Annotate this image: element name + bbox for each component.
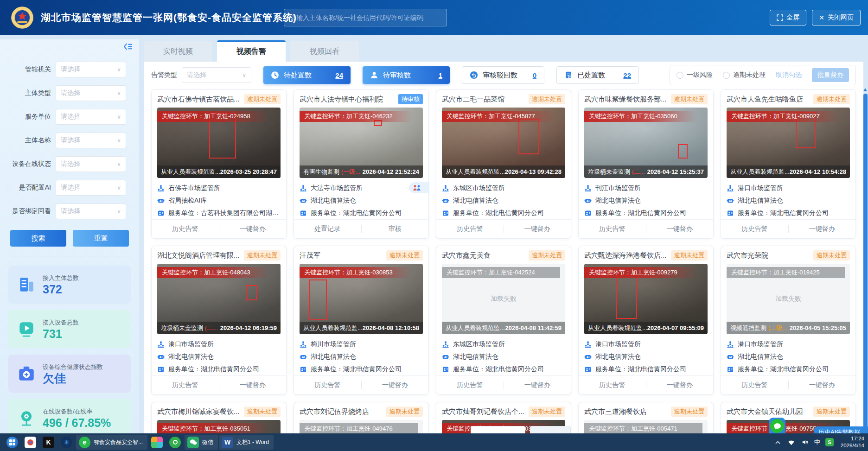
taskbar-item[interactable] [148, 435, 166, 450]
taskbar-clock[interactable]: 17:24 2026/4/14 [841, 435, 864, 449]
card-action-left[interactable]: 历史告警 [579, 225, 646, 233]
video-thumbnail[interactable]: 关键监控环节：加工烹饪-045877 从业人员着装规范监... 2026-04-… [442, 108, 565, 178]
alarm-counter-button[interactable]: 待审核数 1 [363, 66, 450, 84]
video-thumbnail[interactable]: 关键监控环节：加工烹饪-005471 加载失败 [584, 420, 708, 433]
filter-select[interactable]: 请选择 ∨ [56, 156, 126, 172]
tab-1[interactable]: 实时视频 [144, 41, 212, 62]
card-action-right[interactable]: 一键督办 [646, 225, 714, 233]
card-action-left[interactable]: 处置记录 [294, 225, 361, 233]
scrollbar-thumb[interactable] [863, 94, 868, 431]
card-action-right[interactable]: 一键督办 [504, 225, 571, 233]
document-check-icon [564, 71, 573, 79]
alarm-card: 武穴市光荣院 逾期未处置 关键监控环节：加工烹饪-018425 加载失败 视频遮… [721, 246, 856, 395]
video-thumbnail[interactable]: 关键监控环节：加工烹饪-009279 从业人员着装规范监... 2026-04-… [584, 264, 708, 334]
scroll-up-arrow-icon[interactable] [863, 88, 867, 91]
alarm-counters: 待处置数 24 待审核数 1 审核驳回数 0 已处置数 22 [263, 66, 639, 84]
service-unit-icon [157, 366, 165, 373]
card-action-left[interactable]: 历史告警 [436, 225, 504, 233]
card-action-left[interactable]: 历史告警 [721, 381, 788, 389]
clock-icon [271, 71, 279, 79]
card-action-right[interactable]: 一键督办 [646, 381, 714, 389]
filter-select[interactable]: 请选择 ∨ [56, 203, 126, 219]
sogou-input-icon[interactable]: S [825, 438, 834, 446]
card-action-left[interactable]: 历史告警 [436, 381, 504, 389]
close-page-button[interactable]: ✕ 关闭网页 [812, 10, 861, 25]
video-thumbnail[interactable]: 关键监控环节：加工烹饪-030853 从业人员着装规范监... 2026-04-… [300, 264, 423, 334]
card-action-left[interactable]: 历史告警 [579, 381, 646, 389]
alarm-counter-button[interactable]: 已处置数 22 [556, 66, 639, 84]
counter-value[interactable]: 0 [533, 71, 536, 79]
taskbar-item[interactable] [166, 435, 184, 450]
wechat-chat-icon[interactable] [770, 419, 784, 433]
taskbar-item[interactable]: K [40, 435, 57, 450]
alarm-counter-button[interactable]: 待处置数 24 [263, 66, 351, 84]
taskbar-item[interactable]: ✳ [58, 435, 75, 450]
volume-icon[interactable] [801, 438, 809, 446]
alarm-card: 武穴市三道湘餐饮店 逾期未处置 关键监控环节：加工烹饪-005471 加载失败 [578, 402, 714, 433]
alarm-card: 武穴市大鱼先生咕噜鱼店 逾期未处置 关键监控环节：加工烹饪-009027 从业人… [721, 89, 856, 239]
filter-select[interactable]: 请选择 ∨ [56, 62, 126, 77]
tray-expand-icon[interactable] [774, 438, 782, 446]
taskbar-item[interactable]: 微信 [185, 435, 218, 450]
video-thumbnail[interactable]: 关键监控环节：加工烹饪-024958 从业人员着装规范监... 2026-03-… [157, 108, 281, 178]
scrollbar[interactable] [863, 70, 868, 432]
alarm-counter-button[interactable]: 审核驳回数 0 [462, 66, 544, 84]
alarm-type-text: 从业人员着装规范监... [161, 168, 220, 176]
taskbar-item[interactable]: e 鄂食安食品安全智... [76, 435, 147, 450]
taskbar-item[interactable] [22, 435, 39, 450]
overdue-radio[interactable]: 逾期未处理 [723, 71, 766, 79]
sidebar-stats: 接入主体总数 372 接入设备总数 731 设备综合健康状态指数 欠佳 在线设备… [0, 266, 139, 433]
card-action-right[interactable]: 一键督办 [504, 381, 571, 389]
card-title: 武穴市灿哥刘记餐饮店个... [442, 407, 524, 416]
filter-select[interactable]: 请选择 ∨ [56, 180, 126, 196]
alarm-type-select[interactable]: 请选择 ∨ [182, 67, 251, 83]
alarm-timestamp: 2026-04-05 15:25:05 [790, 324, 846, 331]
search-button[interactable]: 搜索 [10, 230, 66, 247]
tab-3[interactable]: 视频回看 [290, 41, 359, 62]
video-thumbnail[interactable]: 关键监控环节：加工烹饪-009027 从业人员着装规范监... 2026-04-… [727, 108, 850, 178]
card-action-left[interactable]: 历史告警 [721, 225, 788, 233]
header-search-input[interactable] [284, 9, 447, 26]
card-action-right[interactable]: 审核 [362, 225, 429, 233]
status-badge: 逾期未处置 [529, 250, 565, 260]
card-action-left[interactable]: 历史告警 [294, 381, 361, 389]
alarm-type-text: 从业人员着装规范监... [446, 168, 505, 176]
reset-button[interactable]: 重置 [73, 230, 129, 247]
card-action-right[interactable]: 一键督办 [789, 225, 856, 233]
network-icon[interactable] [787, 438, 796, 446]
chevron-down-icon: ∨ [117, 66, 121, 73]
video-thumbnail[interactable]: 关键监控环节：加工烹饪-018425 加载失败 视频遮挡监测 (二级... 20… [727, 264, 850, 334]
video-thumbnail[interactable]: 关键监控环节：加工烹饪-049476 加载失败 [300, 420, 423, 433]
taskbar-item[interactable]: W 文档1 - Word [219, 435, 274, 450]
card-action-right[interactable]: 一键督办 [362, 381, 429, 389]
video-thumbnail[interactable]: 关键监控环节：加工烹饪-048043 垃圾桶未盖监测 (二... 2026-04… [157, 264, 281, 334]
video-thumbnail[interactable]: 关键监控环节：加工烹饪-035060 垃圾桶未盖监测 (二... 2026-04… [584, 108, 708, 178]
taskbar-item[interactable] [4, 435, 21, 450]
filter-select[interactable]: 请选择 ∨ [56, 133, 126, 148]
status-badge: 逾期未处置 [813, 94, 850, 104]
batch-supervise-button[interactable]: 批量督办 [812, 68, 849, 82]
fullscreen-button[interactable]: 全屏 [770, 10, 806, 25]
algorithm-text: 湖北电信算法仓 [311, 197, 356, 205]
card-title: 武穴市石佛寺镇古茗饮品... [157, 95, 240, 104]
card-action-right[interactable]: 一键督办 [789, 381, 856, 389]
counter-value[interactable]: 24 [335, 71, 343, 79]
risk-level-radio[interactable]: 一级风险 [677, 71, 713, 79]
video-thumbnail[interactable]: 关键监控环节：加工烹饪-035051 [157, 420, 281, 433]
video-thumbnail[interactable]: 关键监控环节：加工烹饪-046232 有害生物监测 (一级... 2026-04… [300, 108, 423, 178]
cancel-selection-link[interactable]: 取消勾选 [776, 71, 802, 79]
filter-select[interactable]: 请选择 ∨ [56, 109, 126, 125]
card-action-left[interactable]: 历史告警 [152, 225, 219, 233]
tab-2[interactable]: 视频告警 [217, 40, 286, 62]
alarm-type-text: 从业人员着装规范监... [303, 324, 363, 332]
sidebar-collapse-icon[interactable] [124, 43, 133, 52]
counter-value[interactable]: 22 [623, 71, 631, 79]
ime-indicator[interactable]: 中 [814, 438, 820, 446]
card-action-right[interactable]: 一键督办 [219, 225, 287, 233]
video-thumbnail[interactable]: 关键监控环节：加工烹饪-042524 加载失败 从业人员着装规范监... 202… [442, 264, 565, 334]
filter-label: 管辖机关 [0, 65, 51, 74]
card-action-left[interactable]: 历史告警 [152, 381, 219, 389]
filter-select[interactable]: 请选择 ∨ [56, 85, 126, 101]
counter-value[interactable]: 1 [439, 71, 442, 79]
card-action-right[interactable]: 一键督办 [219, 381, 287, 389]
